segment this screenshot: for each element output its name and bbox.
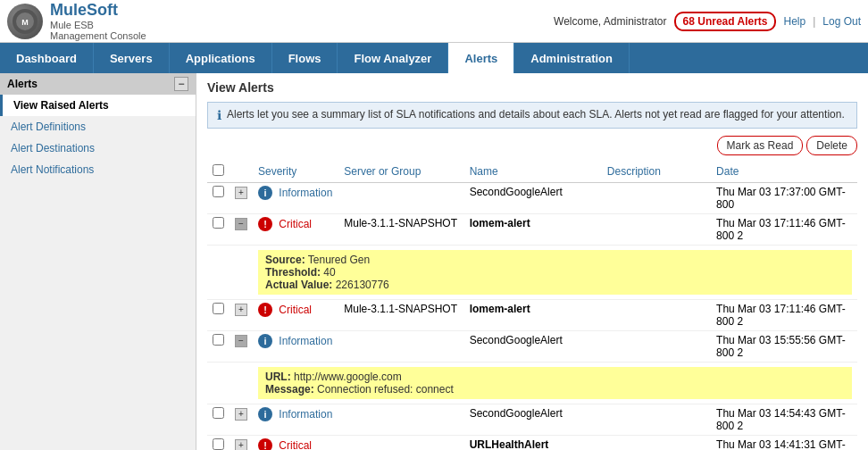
desc-cell (602, 183, 711, 214)
nav-item-dashboard[interactable]: Dashboard (0, 43, 94, 73)
nav-item-servers[interactable]: Servers (94, 43, 170, 73)
help-link[interactable]: Help (783, 15, 805, 28)
desc-cell (602, 300, 711, 331)
product-line1: Mule ESB (50, 20, 146, 30)
col-date-header: Date (711, 161, 857, 183)
name-cell: lomem-alert (464, 214, 602, 246)
logo-text: MuleSoft Mule ESB Management Console (50, 1, 146, 41)
table-row: − i Information SecondGoogleAlert Thu Ma… (207, 331, 857, 362)
header: M MuleSoft Mule ESB Management Console W… (0, 0, 868, 43)
desc-cell (602, 214, 711, 246)
table-row: + ! Critical Mule-3.1.1-SNAPSHOT lomem-a… (207, 300, 857, 331)
desc-cell (602, 331, 711, 362)
critical-icon: ! (258, 217, 272, 231)
name-cell: SecondGoogleAlert (464, 183, 602, 214)
date-cell: Thu Mar 03 17:37:00 GMT-800 (711, 183, 857, 214)
critical-icon: ! (258, 303, 272, 317)
date-cell: Thu Mar 03 14:41:31 GMT-800 (711, 436, 857, 451)
info-bar: ℹ Alerts let you see a summary list of S… (207, 102, 857, 129)
name-cell: SecondGoogleAlert (464, 404, 602, 436)
expand-button[interactable]: − (235, 218, 247, 230)
header-right: Welcome, Administrator 68 Unread Alerts … (554, 12, 861, 31)
sidebar-item-view-raised-alerts[interactable]: View Raised Alerts (0, 95, 196, 116)
name-cell: URLHealthAlert (464, 436, 602, 451)
brand-name: MuleSoft (50, 1, 146, 20)
info-text: Alerts let you see a summary list of SLA… (227, 108, 845, 121)
server-cell (338, 436, 463, 451)
detail-row: URL: http://www.google.com Message: Conn… (207, 362, 857, 404)
table-row: + ! Critical URLHealthAlert Thu Mar 03 1… (207, 436, 857, 451)
sidebar-header: Alerts − (0, 73, 196, 95)
page-title: View Alerts (207, 80, 857, 95)
row-checkbox[interactable] (213, 438, 224, 450)
severity-label: Information (279, 187, 332, 199)
unread-alerts-badge[interactable]: 68 Unread Alerts (674, 12, 777, 31)
server-cell: Mule-3.1.1-SNAPSHOT (338, 300, 463, 331)
severity-label: Critical (279, 439, 312, 450)
server-cell: Mule-3.1.1-SNAPSHOT (338, 214, 463, 246)
mark-as-read-button[interactable]: Mark as Read (717, 136, 804, 155)
name-cell: lomem-alert (464, 300, 602, 331)
table-row: + i Information SecondGoogleAlert Thu Ma… (207, 183, 857, 214)
action-row: Mark as Read Delete (207, 136, 857, 155)
severity-label: Critical (279, 304, 312, 316)
name-cell: SecondGoogleAlert (464, 331, 602, 362)
welcome-text: Welcome, Administrator (554, 15, 667, 28)
server-cell (338, 331, 463, 362)
sidebar-items: View Raised AlertsAlert DefinitionsAlert… (0, 95, 196, 180)
sidebar-item-alert-destinations[interactable]: Alert Destinations (0, 138, 196, 159)
navbar: DashboardServersApplicationsFlowsFlow An… (0, 43, 868, 73)
sidebar-collapse-button[interactable]: − (174, 77, 188, 91)
table-row: − ! Critical Mule-3.1.1-SNAPSHOT lomem-a… (207, 214, 857, 246)
expand-button[interactable]: + (235, 408, 247, 421)
delete-button[interactable]: Delete (806, 136, 857, 155)
expand-button[interactable]: + (235, 439, 247, 451)
expand-button[interactable]: + (235, 304, 247, 316)
expand-button[interactable]: + (235, 187, 247, 199)
logo-area: M MuleSoft Mule ESB Management Console (7, 1, 146, 41)
info-icon: i (258, 334, 272, 348)
severity-label: Critical (279, 218, 312, 230)
date-cell: Thu Mar 03 15:55:56 GMT-800 2 (711, 331, 857, 362)
date-cell: Thu Mar 03 17:11:46 GMT-800 2 (711, 300, 857, 331)
info-icon: i (258, 186, 272, 200)
select-all-checkbox[interactable] (213, 164, 224, 176)
detail-box: Source: Tenured Gen Threshold: 40 Actual… (258, 250, 852, 295)
nav-item-alerts[interactable]: Alerts (448, 43, 514, 73)
row-checkbox[interactable] (213, 186, 224, 197)
nav-item-applications[interactable]: Applications (170, 43, 272, 73)
col-severity-header: Severity (253, 161, 338, 183)
date-cell: Thu Mar 03 17:11:46 GMT-800 2 (711, 214, 857, 246)
severity-label: Information (279, 335, 332, 347)
col-desc-header: Description (602, 161, 711, 183)
severity-label: Information (279, 408, 332, 421)
product-line2: Management Console (50, 30, 146, 41)
detail-row: Source: Tenured Gen Threshold: 40 Actual… (207, 246, 857, 300)
row-checkbox[interactable] (213, 217, 224, 229)
sidebar-title: Alerts (7, 78, 38, 90)
desc-cell (602, 436, 711, 451)
mulesoft-logo: M (7, 4, 43, 39)
row-checkbox[interactable] (213, 303, 224, 314)
server-cell (338, 183, 463, 214)
sidebar-item-alert-definitions[interactable]: Alert Definitions (0, 116, 196, 138)
alerts-table: Severity Server or Group Name Descriptio… (207, 161, 857, 450)
content-area: Alerts − View Raised AlertsAlert Definit… (0, 73, 868, 450)
critical-icon: ! (258, 438, 272, 450)
desc-cell (602, 404, 711, 436)
row-checkbox[interactable] (213, 334, 224, 346)
expand-button[interactable]: − (235, 335, 247, 347)
nav-item-flow-analyzer[interactable]: Flow Analyzer (338, 43, 448, 73)
logout-link[interactable]: Log Out (822, 15, 861, 28)
detail-box: URL: http://www.google.com Message: Conn… (258, 367, 852, 399)
nav-item-administration[interactable]: Administration (514, 43, 630, 73)
info-icon: i (258, 407, 272, 421)
main-content: View Alerts ℹ Alerts let you see a summa… (196, 73, 868, 450)
row-checkbox[interactable] (213, 407, 224, 419)
svg-text:M: M (21, 18, 29, 27)
info-icon: ℹ (217, 108, 221, 122)
server-cell (338, 404, 463, 436)
sidebar: Alerts − View Raised AlertsAlert Definit… (0, 73, 196, 450)
sidebar-item-alert-notifications[interactable]: Alert Notifications (0, 159, 196, 180)
nav-item-flows[interactable]: Flows (272, 43, 338, 73)
